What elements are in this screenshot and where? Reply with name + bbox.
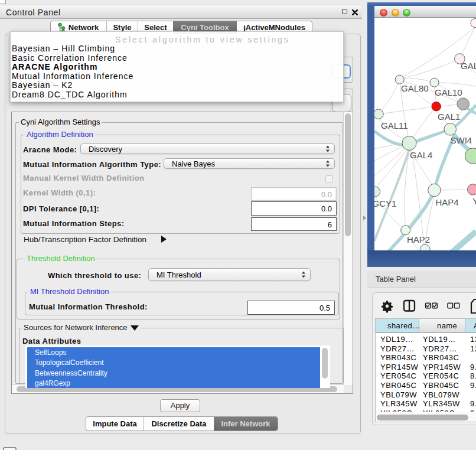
svg-text:GAL1: GAL1 <box>438 112 460 122</box>
svg-text:GAL10: GAL10 <box>435 87 462 97</box>
svg-text:SWI4: SWI4 <box>451 135 472 145</box>
svg-text:GAL80: GAL80 <box>401 83 429 93</box>
svg-text:HAP2: HAP2 <box>407 234 430 244</box>
svg-text:GAL4: GAL4 <box>410 150 432 160</box>
svg-text:GCY1: GCY1 <box>374 198 396 208</box>
svg-text:GAL11: GAL11 <box>381 120 408 131</box>
svg-text:GAL: GAL <box>461 61 476 71</box>
svg-text:HAP4: HAP4 <box>436 197 459 207</box>
svg-text:Y: Y <box>472 196 476 206</box>
